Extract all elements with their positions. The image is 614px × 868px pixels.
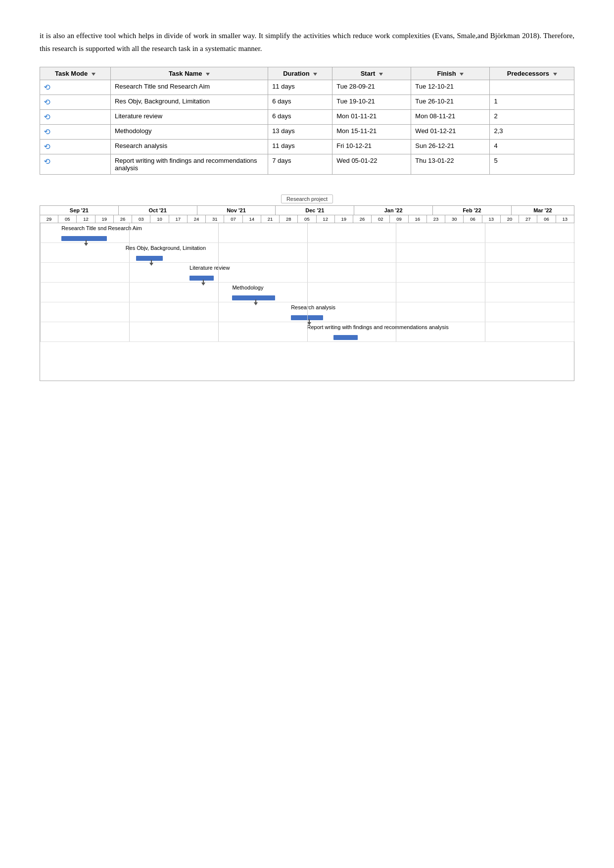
task-predecessors-cell: 5 bbox=[490, 154, 574, 175]
gantt-day: 28 bbox=[280, 215, 298, 223]
gantt-task-row: Research analysis bbox=[40, 302, 574, 322]
task-finish-cell: Mon 08-11-21 bbox=[411, 110, 490, 125]
col-header-duration[interactable]: Duration bbox=[268, 67, 332, 80]
gantt-task-row: Report writing with findings and recomme… bbox=[40, 322, 574, 342]
task-mode-cell: ⟳ bbox=[40, 125, 111, 140]
gantt-month: Mar '22 bbox=[512, 206, 574, 215]
task-mode-cell: ⟳ bbox=[40, 140, 111, 154]
table-row: ⟳ Research analysis 11 days Fri 10-12-21… bbox=[40, 140, 574, 154]
gantt-vline bbox=[574, 302, 574, 322]
gantt-month: Dec '21 bbox=[276, 206, 354, 215]
sort-arrow-start[interactable] bbox=[379, 73, 383, 76]
gantt-vline bbox=[307, 283, 308, 302]
gantt-vline bbox=[129, 322, 130, 341]
task-mode-icon: ⟳ bbox=[44, 142, 50, 151]
gantt-task-label: Literature review bbox=[189, 265, 230, 271]
task-start-cell: Wed 05-01-22 bbox=[332, 154, 411, 175]
task-predecessors-cell: 2,3 bbox=[490, 125, 574, 140]
gantt-day: 06 bbox=[464, 215, 482, 223]
table-row: ⟳ Report writing with findings and recom… bbox=[40, 154, 574, 175]
gantt-day: 05 bbox=[58, 215, 77, 223]
col-header-task-mode[interactable]: Task Mode bbox=[40, 67, 111, 80]
gantt-months-row: Sep '21Oct '21Nov '21Dec '21Jan '22Feb '… bbox=[40, 205, 574, 215]
gantt-day: 14 bbox=[243, 215, 261, 223]
gantt-task-label: Methodology bbox=[232, 285, 263, 290]
gantt-day: 26 bbox=[114, 215, 132, 223]
table-row: ⟳ Literature review 6 days Mon 01-11-21 … bbox=[40, 110, 574, 125]
gantt-month: Jan '22 bbox=[354, 206, 433, 215]
gantt-day: 17 bbox=[169, 215, 188, 223]
gantt-vline bbox=[40, 322, 41, 341]
gantt-day: 13 bbox=[482, 215, 501, 223]
task-predecessors-cell: 4 bbox=[490, 140, 574, 154]
task-mode-icon: ⟳ bbox=[44, 97, 50, 107]
gantt-vline bbox=[485, 322, 485, 341]
gantt-day: 19 bbox=[335, 215, 353, 223]
task-finish-cell: Tue 26-10-21 bbox=[411, 95, 490, 110]
gantt-vline bbox=[574, 322, 574, 341]
gantt-day: 31 bbox=[206, 215, 224, 223]
gantt-vline bbox=[396, 243, 396, 262]
sort-arrow-task-mode[interactable] bbox=[92, 73, 95, 76]
task-name-cell: Literature review bbox=[110, 110, 268, 125]
gantt-day: 16 bbox=[409, 215, 427, 223]
task-mode-icon: ⟳ bbox=[44, 157, 50, 166]
gantt-vline bbox=[307, 302, 308, 322]
task-finish-cell: Wed 01-12-21 bbox=[411, 125, 490, 140]
gantt-vline bbox=[485, 243, 485, 262]
gantt-vline bbox=[485, 302, 485, 322]
gantt-vline bbox=[485, 283, 485, 302]
task-start-cell: Mon 15-11-21 bbox=[332, 125, 411, 140]
gantt-task-row: Methodology bbox=[40, 283, 574, 302]
gantt-task-row: Literature review bbox=[40, 263, 574, 283]
gantt-month: Nov '21 bbox=[197, 206, 276, 215]
gantt-day: 06 bbox=[537, 215, 556, 223]
col-header-task-name[interactable]: Task Name bbox=[110, 67, 268, 80]
gantt-project-label: Research project bbox=[281, 194, 333, 203]
gantt-vline bbox=[396, 283, 396, 302]
gantt-vline bbox=[218, 223, 219, 242]
task-mode-icon: ⟳ bbox=[44, 83, 50, 92]
gantt-vline bbox=[218, 322, 219, 341]
col-header-finish[interactable]: Finish bbox=[411, 67, 490, 80]
gantt-day: 29 bbox=[40, 215, 58, 223]
task-mode-cell: ⟳ bbox=[40, 80, 111, 95]
task-finish-cell: Thu 13-01-22 bbox=[411, 154, 490, 175]
table-row: ⟳ Res Objv, Background, Limitation 6 day… bbox=[40, 95, 574, 110]
gantt-day: 24 bbox=[188, 215, 206, 223]
gantt-vline bbox=[218, 263, 219, 282]
task-duration-cell: 6 days bbox=[268, 95, 332, 110]
sort-arrow-task-name[interactable] bbox=[206, 73, 210, 76]
gantt-vline bbox=[40, 223, 41, 242]
gantt-vline bbox=[307, 223, 308, 242]
gantt-day: 19 bbox=[95, 215, 114, 223]
gantt-vline bbox=[396, 223, 396, 242]
gantt-day: 10 bbox=[150, 215, 169, 223]
task-finish-cell: Tue 12-10-21 bbox=[411, 80, 490, 95]
sort-arrow-duration[interactable] bbox=[313, 73, 317, 76]
gantt-day: 13 bbox=[556, 215, 574, 223]
gantt-day: 12 bbox=[317, 215, 335, 223]
task-mode-icon: ⟳ bbox=[44, 112, 50, 122]
gantt-day: 26 bbox=[353, 215, 372, 223]
task-mode-icon: ⟳ bbox=[44, 127, 50, 137]
gantt-month: Sep '21 bbox=[40, 206, 119, 215]
gantt-vline bbox=[129, 243, 130, 262]
col-header-predecessors[interactable]: Predecessors bbox=[490, 67, 574, 80]
gantt-task-label: Research Title snd Research Aim bbox=[61, 225, 142, 231]
gantt-vline bbox=[40, 302, 41, 322]
gantt-vline bbox=[396, 302, 396, 322]
gantt-day: 12 bbox=[77, 215, 95, 223]
sort-arrow-predecessors[interactable] bbox=[553, 73, 557, 76]
gantt-task-label: Res Objv, Background, Limitation bbox=[126, 245, 206, 251]
table-row: ⟳ Methodology 13 days Mon 15-11-21 Wed 0… bbox=[40, 125, 574, 140]
gantt-task-row: Research Title snd Research Aim bbox=[40, 223, 574, 243]
col-header-start[interactable]: Start bbox=[332, 67, 411, 80]
task-start-cell: Tue 19-10-21 bbox=[332, 95, 411, 110]
gantt-day: 27 bbox=[519, 215, 537, 223]
gantt-vline bbox=[485, 223, 485, 242]
gantt-chart-container: Research project Sep '21Oct '21Nov '21De… bbox=[40, 194, 574, 381]
task-name-cell: Res Objv, Background, Limitation bbox=[110, 95, 268, 110]
gantt-vline bbox=[218, 302, 219, 322]
sort-arrow-finish[interactable] bbox=[460, 73, 464, 76]
